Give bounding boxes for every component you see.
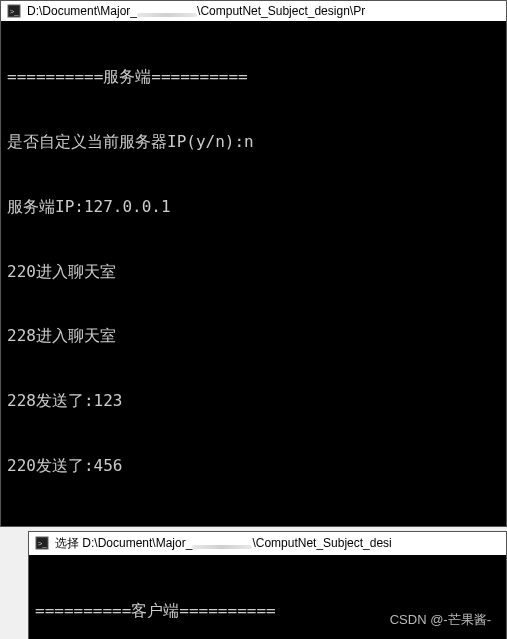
console-line: ==========服务端========== bbox=[7, 66, 500, 88]
console-line: 228发送了:123 bbox=[7, 390, 500, 412]
title-prefix: 选择 D:\Document\Major_ bbox=[55, 536, 192, 550]
title-suffix: \ComputNet_Subject_design\Pr bbox=[197, 4, 365, 18]
title-prefix: D:\Document\Major_ bbox=[27, 4, 137, 18]
console-window-server: >_ D:\Document\Major_ \ComputNet_Subject… bbox=[0, 0, 507, 527]
title-text: D:\Document\Major_ \ComputNet_Subject_de… bbox=[27, 4, 365, 18]
console-line: 220进入聊天室 bbox=[7, 261, 500, 283]
title-suffix: \ComputNet_Subject_desi bbox=[252, 536, 391, 550]
title-text: 选择 D:\Document\Major_ \ComputNet_Subject… bbox=[55, 535, 392, 552]
cmd-icon: >_ bbox=[7, 4, 21, 18]
console-body-server[interactable]: ==========服务端========== 是否自定义当前服务器IP(y/n… bbox=[1, 21, 506, 526]
title-bar[interactable]: >_ D:\Document\Major_ \ComputNet_Subject… bbox=[1, 1, 506, 21]
svg-text:>_: >_ bbox=[10, 7, 20, 16]
console-line: 服务端IP:127.0.0.1 bbox=[7, 196, 500, 218]
cmd-icon: >_ bbox=[35, 536, 49, 550]
watermark: CSDN @-芒果酱- bbox=[390, 611, 491, 629]
console-line: 228进入聊天室 bbox=[7, 325, 500, 347]
title-bar[interactable]: >_ 选择 D:\Document\Major_ \ComputNet_Subj… bbox=[29, 532, 506, 555]
console-line: 220发送了:456 bbox=[7, 455, 500, 477]
console-line: 是否自定义当前服务器IP(y/n):n bbox=[7, 131, 500, 153]
svg-text:>_: >_ bbox=[38, 539, 48, 548]
